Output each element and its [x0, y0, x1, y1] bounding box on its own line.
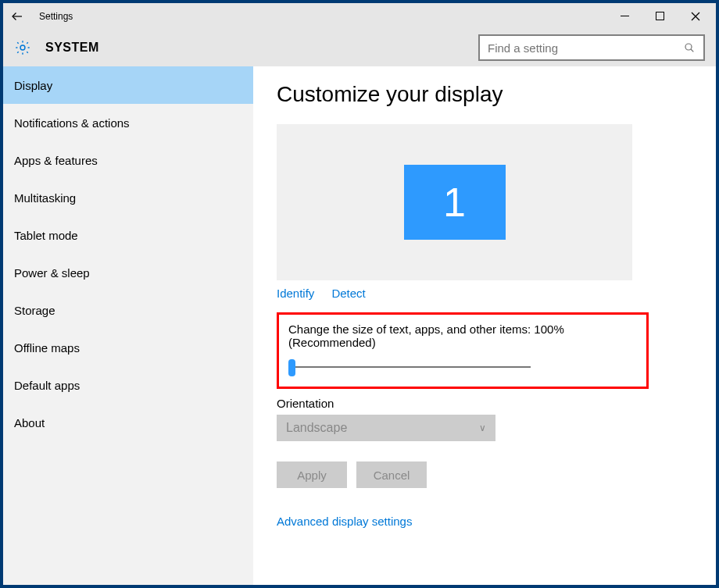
close-button[interactable] — [678, 5, 713, 27]
settings-window: Settings SYSTEM Di — [0, 0, 719, 588]
slider-track — [288, 366, 531, 368]
cancel-button[interactable]: Cancel — [356, 461, 427, 488]
minimize-button[interactable] — [607, 5, 642, 27]
body: Display Notifications & actions Apps & f… — [3, 66, 716, 585]
advanced-display-link[interactable]: Advanced display settings — [277, 515, 716, 528]
button-row: Apply Cancel — [277, 461, 716, 488]
apply-button[interactable]: Apply — [277, 461, 347, 488]
maximize-button[interactable] — [642, 5, 678, 27]
sidebar-item-tablet-mode[interactable]: Tablet mode — [3, 216, 253, 254]
sidebar-item-default-apps[interactable]: Default apps — [3, 366, 253, 404]
scale-label: Change the size of text, apps, and other… — [288, 323, 637, 349]
sidebar-item-display[interactable]: Display — [3, 66, 253, 104]
sidebar-item-multitasking[interactable]: Multitasking — [3, 179, 253, 216]
identify-link[interactable]: Identify — [277, 287, 314, 300]
sidebar-item-label: Storage — [14, 304, 55, 317]
section-title: SYSTEM — [45, 41, 99, 55]
svg-point-6 — [685, 44, 692, 50]
sidebar-item-label: Power & sleep — [14, 266, 90, 280]
sidebar-item-notifications[interactable]: Notifications & actions — [3, 104, 253, 141]
window-buttons — [607, 5, 713, 27]
sidebar-item-label: Notifications & actions — [14, 116, 130, 130]
slider-thumb[interactable] — [288, 359, 295, 376]
sidebar-item-label: About — [14, 416, 45, 429]
sidebar-item-label: Display — [14, 79, 52, 92]
sidebar-item-label: Apps & features — [14, 154, 98, 167]
monitor-tile-1[interactable]: 1 — [404, 165, 506, 240]
titlebar: Settings — [3, 3, 716, 29]
sidebar-item-label: Tablet mode — [14, 229, 78, 242]
orientation-value: Landscape — [286, 421, 347, 435]
orientation-label: Orientation — [277, 397, 716, 410]
sidebar-item-storage[interactable]: Storage — [3, 291, 253, 329]
page-title: Customize your display — [277, 82, 716, 107]
search-input[interactable] — [488, 41, 683, 55]
sidebar-item-label: Default apps — [14, 379, 80, 392]
svg-rect-2 — [656, 12, 664, 20]
gear-icon — [14, 39, 31, 56]
titlebar-left: Settings — [9, 9, 73, 24]
section-header-left: SYSTEM — [14, 39, 99, 56]
detect-link[interactable]: Detect — [331, 287, 365, 300]
search-icon — [683, 41, 696, 54]
scale-setting-highlight: Change the size of text, apps, and other… — [277, 312, 649, 389]
svg-point-5 — [20, 45, 25, 50]
display-preview: 1 — [277, 124, 632, 280]
sidebar-item-label: Offline maps — [14, 341, 80, 355]
orientation-dropdown[interactable]: Landscape ∨ — [277, 415, 495, 441]
section-header: SYSTEM — [3, 29, 716, 66]
scale-slider[interactable] — [288, 358, 531, 376]
monitor-number: 1 — [443, 179, 466, 226]
sidebar-item-label: Multitasking — [14, 191, 76, 205]
svg-line-7 — [691, 49, 693, 52]
search-box[interactable] — [478, 34, 705, 61]
display-links: Identify Detect — [277, 287, 716, 300]
sidebar-item-offline-maps[interactable]: Offline maps — [3, 329, 253, 366]
sidebar-item-power-sleep[interactable]: Power & sleep — [3, 254, 253, 291]
content-pane: Customize your display 1 Identify Detect… — [253, 66, 716, 585]
sidebar-item-about[interactable]: About — [3, 404, 253, 441]
sidebar-item-apps-features[interactable]: Apps & features — [3, 141, 253, 179]
chevron-down-icon: ∨ — [479, 422, 486, 433]
window-title: Settings — [39, 11, 73, 22]
back-button[interactable] — [9, 9, 25, 24]
sidebar: Display Notifications & actions Apps & f… — [3, 66, 253, 585]
